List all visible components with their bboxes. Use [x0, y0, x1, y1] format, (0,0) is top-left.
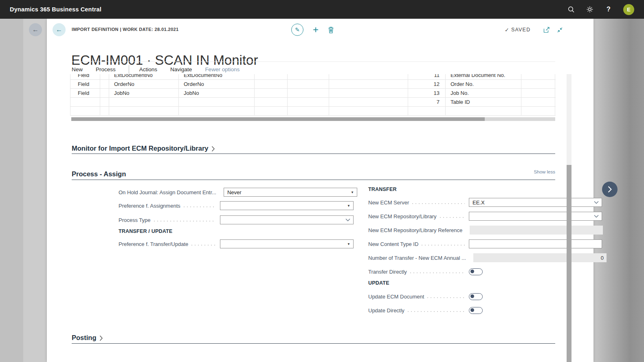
cell-field-no[interactable]: 7 [408, 98, 446, 107]
horizontal-scrollbar-thumb[interactable] [71, 117, 485, 121]
cell[interactable] [329, 98, 408, 107]
back-arrow-icon: ← [56, 26, 62, 33]
transfer-directly-toggle[interactable] [469, 268, 483, 275]
cell[interactable] [100, 74, 109, 80]
cell-target[interactable]: OrderNo [179, 80, 255, 89]
cell[interactable] [521, 89, 555, 98]
menu-process[interactable]: Process [96, 66, 116, 72]
cell[interactable] [329, 74, 408, 80]
cell-type[interactable] [70, 98, 100, 107]
field-label: On Hold Journal: Assign Document Entr... [119, 189, 216, 195]
menu-new[interactable]: New [72, 66, 83, 72]
cell-field-no[interactable]: 12 [408, 80, 446, 89]
cell-type[interactable]: Field [70, 74, 100, 80]
group-label-transfer: TRANSFER [368, 186, 397, 192]
menu-actions[interactable]: Actions [139, 66, 157, 72]
cell-source[interactable]: ExtDocumentNo [109, 74, 179, 80]
cell-target[interactable]: ExtDocumentNo [179, 74, 255, 80]
preference-transfer-select[interactable]: ▼ [220, 239, 354, 248]
delete-button[interactable] [328, 26, 334, 33]
menu-navigate[interactable]: Navigate [170, 66, 192, 72]
cell-field-no[interactable] [408, 107, 446, 116]
cell-field-no[interactable]: 13 [408, 89, 446, 98]
cell[interactable] [255, 80, 288, 89]
cell[interactable] [329, 80, 408, 89]
cell[interactable] [329, 89, 408, 98]
cell-type[interactable]: Field [70, 89, 100, 98]
cell[interactable] [521, 74, 555, 80]
cell[interactable] [521, 80, 555, 89]
search-icon[interactable] [567, 5, 575, 13]
page-card: ← IMPORT DEFINITION | WORK DATE: 28.01.2… [47, 19, 593, 362]
import-lines-grid: Field ExtDocumentNo ExtDocumentNo 11 Ext… [70, 74, 556, 116]
vertical-scrollbar-thumb[interactable] [567, 165, 571, 362]
cell-field-name[interactable]: External Document No. [446, 74, 521, 80]
cell[interactable] [288, 80, 329, 89]
menu-fewer-options[interactable]: Fewer options [205, 66, 240, 72]
collapse-icon[interactable] [557, 27, 563, 33]
page-background [23, 19, 47, 362]
header-divider [72, 61, 555, 62]
cell[interactable] [329, 107, 408, 116]
section-posting[interactable]: Posting [72, 332, 555, 344]
cell[interactable] [288, 107, 329, 116]
cell[interactable] [288, 98, 329, 107]
cell-source[interactable]: OrderNo [109, 80, 179, 89]
cell[interactable] [100, 98, 109, 107]
page-back-button[interactable]: ← [53, 23, 66, 36]
dotted-leader [191, 245, 216, 246]
help-icon[interactable]: ? [604, 5, 613, 13]
cell-target[interactable]: JobNo [179, 89, 255, 98]
section-monitor-import[interactable]: Monitor for Import ECM Repository/Librar… [72, 143, 555, 154]
table-row [70, 107, 556, 116]
cell[interactable] [100, 89, 109, 98]
pencil-icon: ✎ [295, 26, 300, 33]
section-process-assign[interactable]: Process - Assign Show less [72, 169, 555, 180]
avatar[interactable]: E [623, 4, 634, 15]
new-ecm-server-combobox[interactable]: EE.X [469, 198, 602, 207]
cell-field-no[interactable]: 11 [408, 74, 446, 80]
next-record-button[interactable] [602, 182, 618, 197]
cell-source[interactable] [109, 98, 179, 107]
cell-field-name[interactable]: Order No. [446, 80, 521, 89]
cell-target[interactable] [179, 107, 255, 116]
section-title: Monitor for Import ECM Repository/Librar… [72, 145, 209, 152]
new-record-button[interactable]: + [313, 25, 319, 35]
cell-target[interactable] [179, 98, 255, 107]
cell[interactable] [100, 80, 109, 89]
cell[interactable] [521, 107, 555, 116]
table-row: 7 Table ID [70, 98, 556, 107]
edit-button[interactable]: ✎ [291, 24, 303, 36]
cell-field-name[interactable]: Job No. [446, 89, 521, 98]
cell-type[interactable] [70, 107, 100, 116]
cell-field-name[interactable] [446, 107, 521, 116]
preference-assignments-select[interactable]: ▼ [220, 201, 354, 210]
cell-field-name[interactable]: Table ID [446, 98, 521, 107]
cell[interactable] [255, 74, 288, 80]
gear-icon[interactable] [586, 5, 594, 13]
back-arrow-icon: ← [32, 26, 39, 33]
cell[interactable] [255, 89, 288, 98]
cell-type[interactable]: Field [70, 80, 100, 89]
new-ecm-repository-combobox[interactable] [469, 212, 602, 221]
process-type-combobox[interactable] [220, 215, 354, 224]
cell[interactable] [255, 107, 288, 116]
new-content-type-id-input[interactable] [469, 239, 602, 248]
popout-icon[interactable] [543, 27, 550, 33]
chevron-right-icon [99, 335, 103, 341]
field-label: Process Type [119, 217, 151, 223]
browser-back-button[interactable]: ← [29, 23, 42, 36]
on-hold-journal-select[interactable]: Never ▼ [224, 188, 357, 197]
cell-source[interactable]: JobNo [109, 89, 179, 98]
cell[interactable] [288, 74, 329, 80]
field-value: 0 [477, 255, 604, 261]
update-ecm-document-toggle[interactable] [469, 293, 483, 300]
section-title: Process - Assign [72, 170, 126, 178]
cell[interactable] [100, 107, 109, 116]
cell[interactable] [521, 98, 555, 107]
show-less-link[interactable]: Show less [534, 169, 555, 174]
cell-source[interactable] [109, 107, 179, 116]
cell[interactable] [288, 89, 329, 98]
cell[interactable] [255, 98, 288, 107]
update-directly-toggle[interactable] [469, 307, 483, 314]
